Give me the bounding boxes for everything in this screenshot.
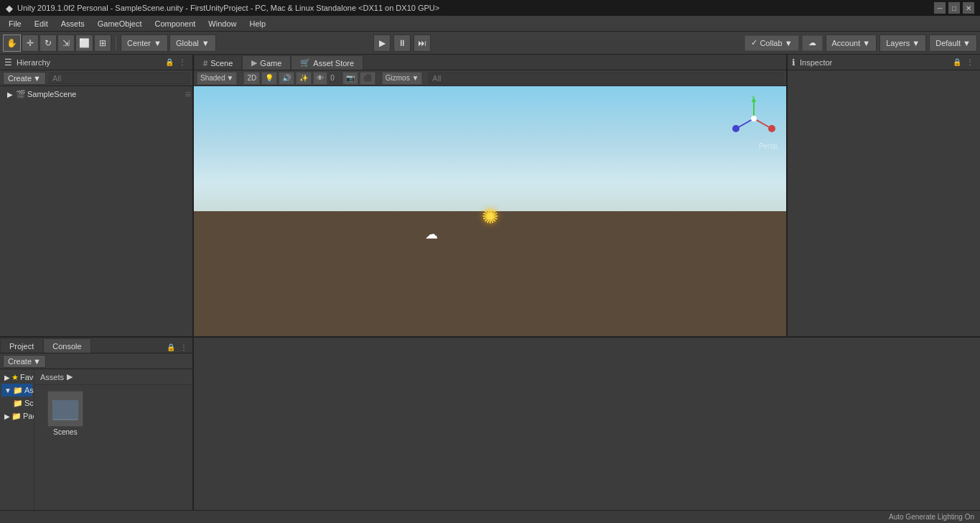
project-toolbar: Create ▼ — [0, 353, 192, 369]
toolbar: ✋ ✛ ↻ ⇲ ⬜ ⊞ Center ▼ Global ▼ ▶ ⏸ ⏭ ✓ Co… — [0, 32, 980, 55]
menu-help[interactable]: Help — [243, 18, 271, 29]
scene-tab-icon: # — [203, 59, 207, 68]
inspector-lock-icon[interactable]: 🔒 — [951, 57, 963, 68]
assets-folder-icon: 📁 — [13, 386, 23, 395]
layout-button[interactable]: Default ▼ — [929, 34, 977, 52]
scene-tabs: # Scene ▶ Game 🛒 Asset Store — [194, 55, 786, 70]
packages-folder-icon: 📁 — [11, 412, 22, 421]
menu-gameobject[interactable]: GameObject — [92, 18, 148, 29]
menu-window[interactable]: Window — [202, 18, 242, 29]
favorites-star-icon: ★ — [11, 373, 19, 382]
inspector-icon: ℹ — [792, 57, 795, 68]
shading-dropdown-icon: ▼ — [226, 74, 233, 82]
tab-scene[interactable]: # Scene — [194, 55, 242, 70]
lower-main-view — [194, 338, 980, 523]
shading-mode-dropdown[interactable]: Shaded ▼ — [197, 72, 237, 85]
minimize-button[interactable]: ─ — [934, 2, 946, 14]
assets-arrow-icon: ▼ — [4, 387, 11, 394]
scenes-folder-asset-icon — [47, 391, 83, 427]
account-button[interactable]: Account ▼ — [826, 34, 877, 52]
pause-button[interactable]: ⏸ — [393, 34, 411, 52]
project-create-button[interactable]: Create ▼ — [3, 355, 46, 368]
lighting-button[interactable]: 💡 — [261, 72, 277, 85]
gizmos-label: Gizmos ▼ — [386, 74, 419, 82]
asset-store-tab-icon: 🛒 — [300, 58, 310, 68]
ground-grid — [253, 283, 727, 312]
scene-toolbar-sep-3 — [378, 73, 379, 83]
scene-toolbar-sep-1 — [240, 73, 241, 83]
rotate-tool-button[interactable]: ↻ — [39, 34, 57, 52]
hierarchy-menu-icon[interactable]: ⋮ — [177, 57, 188, 68]
scene-view[interactable]: ✺ ☁ Y X Z — [194, 86, 786, 336]
tab-console[interactable]: Console — [43, 338, 90, 353]
global-local-button[interactable]: Global ▼ — [169, 34, 216, 52]
hierarchy-panel: ☰ Hierarchy 🔒 ⋮ Create ▼ ▶ 🎬 SampleSce — [0, 55, 194, 336]
tree-favorites[interactable]: ▶ ★ Favorites — [1, 371, 32, 384]
menu-edit[interactable]: Edit — [29, 18, 54, 29]
project-lock-icon[interactable]: 🔒 — [165, 341, 177, 353]
title-bar: ◆ Unity 2019.1.0f2 Personal - SampleScen… — [0, 0, 980, 16]
audio-button[interactable]: 🔊 — [279, 72, 294, 85]
menu-file[interactable]: File — [3, 18, 27, 29]
hierarchy-panel-header: ☰ Hierarchy 🔒 ⋮ — [0, 55, 192, 70]
play-button[interactable]: ▶ — [373, 34, 391, 52]
project-menu-icon[interactable]: ⋮ — [178, 341, 190, 353]
maximize-button[interactable]: □ — [948, 2, 960, 14]
move-tool-button[interactable]: ✛ — [22, 34, 39, 52]
toolbar-sep-1 — [116, 36, 116, 50]
main-layout: ☰ Hierarchy 🔒 ⋮ Create ▼ ▶ 🎬 SampleSce — [0, 55, 980, 523]
scene-file-icon: 🎬 — [16, 90, 26, 99]
scene-search-input[interactable] — [429, 73, 783, 84]
hidden-objects-button[interactable]: 👁 — [313, 72, 327, 85]
auto-generate-lighting-label: Auto Generate Lighting On — [889, 513, 974, 521]
menu-assets[interactable]: Assets — [55, 18, 90, 29]
tree-assets[interactable]: ▼ 📁 Assets — [1, 384, 32, 397]
tree-packages[interactable]: ▶ 📁 Packages — [1, 409, 32, 422]
inspector-panel: ℹ Inspector 🔒 ⋮ — [786, 55, 980, 336]
transform-tool-button[interactable]: ⊞ — [94, 34, 111, 52]
hierarchy-toolbar: Create ▼ — [0, 70, 192, 86]
center-dropdown-icon: ▼ — [154, 39, 162, 47]
inspector-controls: 🔒 ⋮ — [951, 57, 976, 68]
step-button[interactable]: ⏭ — [414, 34, 431, 52]
inspector-panel-header: ℹ Inspector 🔒 ⋮ — [788, 55, 980, 70]
collab-button[interactable]: ✓ Collab ▼ — [745, 35, 798, 51]
hierarchy-create-button[interactable]: Create ▼ — [3, 72, 46, 85]
hand-tool-button[interactable]: ✋ — [3, 34, 21, 52]
breadcrumb-separator: ▶ — [67, 372, 73, 381]
inspector-menu-icon[interactable]: ⋮ — [964, 57, 976, 68]
cloud-icon: ☁ — [425, 226, 438, 242]
tab-project[interactable]: Project — [0, 338, 43, 353]
scale-tool-button[interactable]: ⇲ — [57, 34, 75, 52]
tree-scenes[interactable]: 📁 Scenes — [1, 397, 32, 409]
tab-asset-store[interactable]: 🛒 Asset Store — [291, 55, 363, 70]
tab-game[interactable]: ▶ Game — [242, 55, 291, 70]
center-pivot-button[interactable]: Center ▼ — [121, 34, 168, 52]
hierarchy-search-input[interactable] — [49, 73, 190, 84]
scenes-asset-item[interactable]: Scenes — [40, 391, 90, 436]
hierarchy-lock-icon[interactable]: 🔒 — [164, 57, 175, 68]
mode-2d-button[interactable]: 2D — [243, 72, 260, 85]
svg-text:Y: Y — [751, 94, 755, 101]
lower-area: Project Console 🔒 ⋮ Create ▼ — [0, 336, 980, 523]
svg-point-6 — [751, 116, 757, 121]
account-label: Account ▼ — [832, 39, 871, 47]
scenes-folder-icon: 📁 — [13, 399, 23, 408]
scenes-asset-label: Scenes — [53, 428, 77, 436]
sample-scene-item[interactable]: ▶ 🎬 SampleScene ≡ — [1, 88, 191, 101]
rect-tool-button[interactable]: ⬜ — [75, 34, 93, 52]
scene-camera-button[interactable]: 📷 — [342, 72, 358, 85]
favorites-label: Favorites — [20, 373, 34, 381]
cloud-button[interactable]: ☁ — [802, 35, 823, 51]
close-button[interactable]: ✕ — [963, 2, 974, 14]
layers-button[interactable]: Layers ▼ — [879, 34, 926, 52]
gizmos-dropdown[interactable]: Gizmos ▼ — [382, 72, 423, 85]
cloud-icon: ☁ — [808, 38, 816, 47]
scene-render-button[interactable]: ⬛ — [360, 72, 375, 85]
hierarchy-title: Hierarchy — [17, 58, 50, 67]
menu-component[interactable]: Component — [149, 18, 201, 29]
project-panel: Project Console 🔒 ⋮ Create ▼ — [0, 338, 194, 523]
effects-button[interactable]: ✨ — [296, 72, 312, 85]
console-tab-label: Console — [52, 342, 81, 351]
global-label: Global — [176, 39, 199, 47]
